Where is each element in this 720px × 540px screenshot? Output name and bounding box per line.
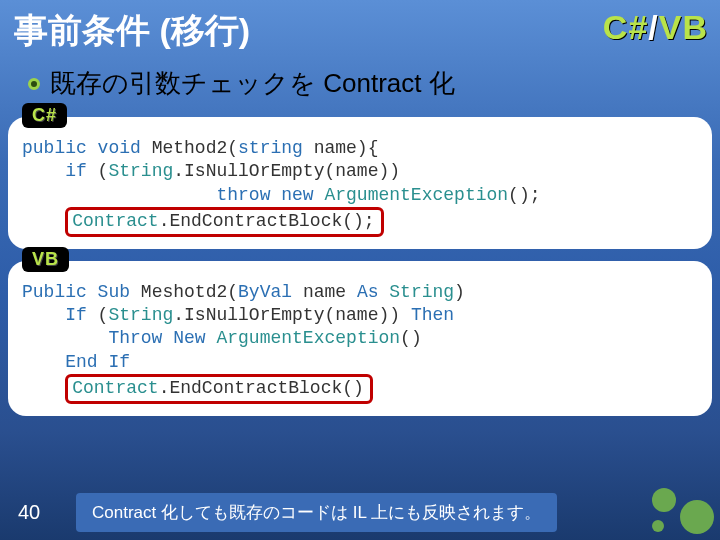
page-number: 40	[0, 501, 58, 524]
vb-type-ArgEx: ArgumentException	[216, 328, 400, 348]
title-row: 事前条件 (移行) C#/VB	[0, 0, 720, 60]
circle-icon	[680, 500, 714, 534]
vb-kw-endif: End If	[22, 352, 130, 372]
cs-kw-public-void: public void	[22, 138, 141, 158]
bullet-icon	[28, 78, 40, 90]
csharp-code: public void Method2(string name){ if (St…	[16, 123, 704, 241]
vb-l5-end: .EndContractBlock()	[159, 378, 364, 398]
cs-type-ArgEx: ArgumentException	[324, 185, 508, 205]
cs-kw-throw-new: throw new	[22, 185, 324, 205]
lang-badges: C#/VB	[603, 8, 708, 47]
corner-decoration	[630, 480, 720, 540]
cs-kw-if: if	[22, 161, 87, 181]
vb-tag: VB	[22, 247, 69, 272]
vb-l2-call: .IsNullOrEmpty(name))	[173, 305, 411, 325]
vb-l1-name: name	[292, 282, 357, 302]
cs-type-Contract: Contract	[72, 211, 158, 231]
vb-kw-throw: Throw	[22, 328, 173, 348]
cs-l1-end: name){	[303, 138, 379, 158]
csharp-tag: C#	[22, 103, 67, 128]
bullet-text: 既存の引数チェックを Contract 化	[50, 66, 455, 101]
lang-slash: /	[648, 8, 658, 46]
bullet-line: 既存の引数チェックを Contract 化	[0, 60, 720, 111]
vb-l5-pre	[22, 378, 65, 398]
vb-code-card: VB Public Sub Meshotd2(ByVal name As Str…	[8, 261, 712, 416]
vb-kw-public-sub: Public Sub	[22, 282, 130, 302]
cs-l2-mid: (	[87, 161, 109, 181]
slide-title: 事前条件 (移行)	[14, 8, 250, 54]
circle-icon	[652, 520, 664, 532]
vb-l1-end: )	[454, 282, 465, 302]
circle-icon	[652, 488, 676, 512]
csharp-code-card: C# public void Method2(string name){ if …	[8, 117, 712, 249]
vb-type-String: String	[389, 282, 454, 302]
vb-kw-new: New	[173, 328, 216, 348]
cs-l4-pre	[22, 211, 65, 231]
cs-l1-mid: Method2(	[141, 138, 238, 158]
vb-l2-mid: (	[87, 305, 109, 325]
vb-code: Public Sub Meshotd2(ByVal name As String…	[16, 267, 704, 408]
vb-l2-type: String	[108, 305, 173, 325]
cs-type-String: String	[108, 161, 173, 181]
lang-csharp: C#	[603, 8, 648, 46]
vb-l3-end: ()	[400, 328, 422, 348]
vb-highlight-box: Contract.EndContractBlock()	[65, 374, 373, 403]
vb-kw-as: As	[357, 282, 389, 302]
vb-type-Contract: Contract	[72, 378, 158, 398]
vb-kw-if: If	[22, 305, 87, 325]
cs-highlight-box: Contract.EndContractBlock();	[65, 207, 383, 236]
cs-l2-end: .IsNullOrEmpty(name))	[173, 161, 400, 181]
vb-l1-mid: Meshotd2(	[130, 282, 238, 302]
footer-row: 40 Contract 化しても既存のコードは IL 上にも反映されます。	[0, 493, 720, 532]
cs-l3-end: ();	[508, 185, 540, 205]
footer-note: Contract 化しても既存のコードは IL 上にも反映されます。	[76, 493, 557, 532]
vb-kw-then: Then	[411, 305, 454, 325]
vb-kw-byval: ByVal	[238, 282, 292, 302]
lang-vb: VB	[659, 8, 708, 46]
cs-type-string: string	[238, 138, 303, 158]
cs-l4-end: .EndContractBlock();	[159, 211, 375, 231]
